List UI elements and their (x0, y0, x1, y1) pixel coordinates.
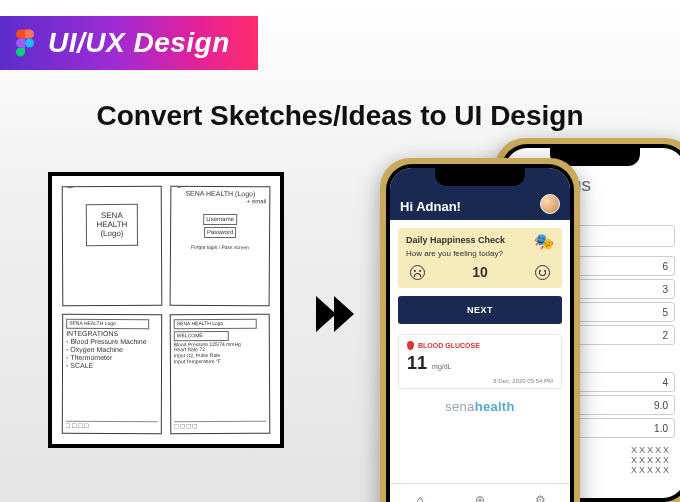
glucose-date: 8 Dec, 2020 05:54 PM (493, 378, 553, 384)
home-icon: ⌂ (416, 494, 423, 502)
sad-face-icon[interactable] (410, 265, 425, 280)
next-button[interactable]: NEXT (398, 296, 562, 324)
tab-add[interactable]: ⊕ Add (450, 484, 510, 502)
tab-bar: ⌂ Home ⊕ Add ⚙ Settings (390, 483, 570, 502)
happiness-title: Daily Happiness Check (406, 235, 554, 245)
happiness-subtitle: How are you feeling today? (406, 249, 554, 258)
sketch-cell-4: SENA HEALTH Logo WELCOME Blood Pressure … (170, 314, 271, 435)
happiness-card: 🎭 Daily Happiness Check How are you feel… (398, 228, 562, 288)
tab-settings[interactable]: ⚙ Settings (510, 484, 570, 502)
blood-drop-icon (407, 341, 414, 350)
gear-icon: ⚙ (535, 494, 546, 502)
masks-icon: 🎭 (534, 232, 554, 251)
tab-home[interactable]: ⌂ Home (390, 484, 450, 502)
sketch-cell-3: SENA HEALTH Logo INTEGRATIONS - Blood Pr… (62, 314, 162, 434)
phone-notch (435, 168, 525, 186)
badge-title: UI/UX Design (48, 27, 230, 59)
sketch-frame: 1 SENA HEALTH (Logo) 2 SENA HEALTH (Logo… (48, 172, 284, 448)
glucose-card[interactable]: BLOOD GLUCOSE 11 mg/dL 8 Dec, 2020 05:54… (398, 334, 562, 389)
glucose-value: 11 mg/dL (407, 353, 553, 374)
sketch-cell-1: 1 SENA HEALTH (Logo) (62, 186, 163, 307)
figma-logo-icon (16, 29, 34, 57)
greeting-label: Hi Adnan! (400, 199, 461, 214)
sketch-cell-2: 2 SENA HEALTH (Logo) + email Username Pa… (170, 186, 271, 307)
phone-mockup-home: Hi Adnan! 🎭 Daily Happiness Check How ar… (380, 158, 580, 502)
fast-forward-icon (312, 290, 360, 338)
figma-badge: UI/UX Design (0, 16, 258, 70)
glucose-label: BLOOD GLUCOSE (407, 341, 553, 350)
main-heading: Convert Sketches/Ideas to UI Design (0, 100, 680, 132)
svg-point-0 (25, 39, 34, 48)
brand-logo: senahealth (390, 399, 570, 414)
avatar-icon[interactable] (540, 194, 560, 214)
mood-value: 10 (472, 264, 488, 280)
happy-face-icon[interactable] (535, 265, 550, 280)
plus-circle-icon: ⊕ (475, 494, 485, 502)
